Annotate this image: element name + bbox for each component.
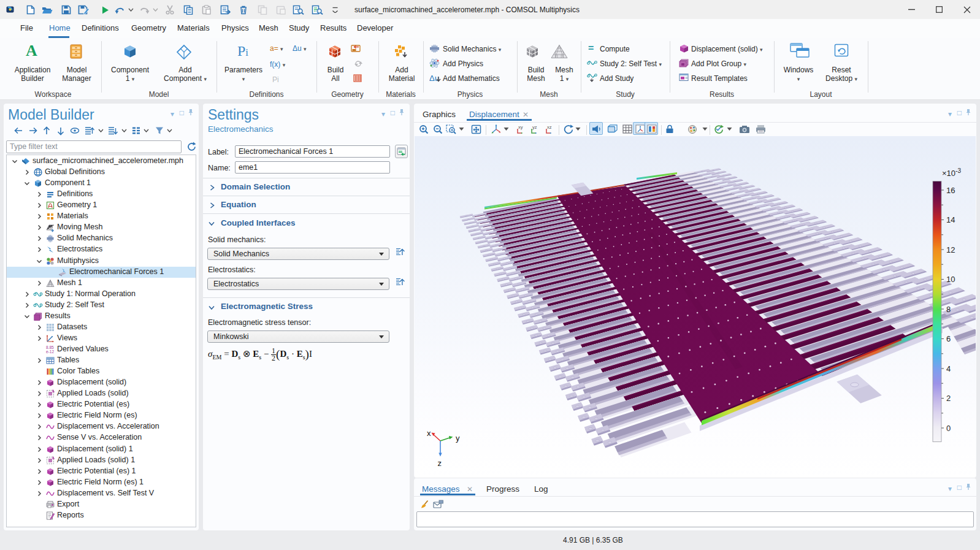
svg-text:14: 14	[946, 215, 955, 224]
svg-text:6: 6	[946, 334, 951, 343]
svg-text:yz: yz	[532, 124, 537, 130]
svg-text:z: z	[438, 459, 442, 468]
svg-text:8: 8	[946, 305, 951, 314]
svg-text:10: 10	[946, 275, 955, 284]
svg-text:12: 12	[946, 245, 955, 254]
svg-text:e-12: e-12	[46, 349, 54, 354]
svg-text:8.85: 8.85	[46, 345, 54, 349]
svg-text:4: 4	[946, 364, 951, 373]
svg-text:16: 16	[946, 186, 955, 195]
svg-text:0: 0	[946, 424, 951, 433]
svg-text:2: 2	[946, 394, 951, 403]
svg-text:xy: xy	[518, 124, 523, 130]
svg-text:x: x	[427, 429, 431, 438]
svg-text:y: y	[456, 434, 460, 443]
svg-text:xz: xz	[547, 124, 552, 130]
